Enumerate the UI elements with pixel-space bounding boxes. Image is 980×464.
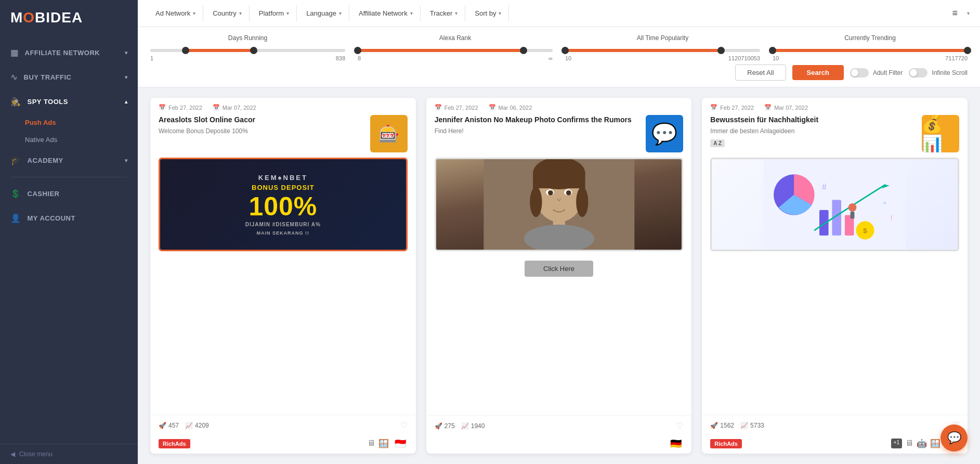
desktop-icon: 🖥: [905, 439, 913, 448]
currently-trending-thumb-right[interactable]: [964, 47, 971, 54]
toggle-knob: [851, 69, 858, 76]
plus-badge: +1: [891, 439, 902, 448]
card-1-network-tag: RichAds: [159, 439, 190, 448]
card-2-country-flag: 🇩🇪: [669, 439, 683, 448]
card-1-end-date-value: Mar 07, 2022: [223, 105, 256, 111]
card-3-trend-value: 5733: [750, 422, 764, 429]
card-3-sends-value: 1562: [720, 422, 734, 429]
academy-icon: 🎓: [10, 156, 21, 165]
reset-all-button[interactable]: Reset All: [735, 65, 786, 81]
country-filter[interactable]: Country ▾: [205, 5, 250, 21]
svg-point-7: [566, 190, 571, 196]
sidebar-item-my-account[interactable]: 👤 MY ACCOUNT: [0, 206, 138, 230]
alexa-rank-thumb-left[interactable]: [354, 47, 361, 54]
ad-card-3: 📅 Feb 27, 2022 📅 Mar 07, 2022 Bewusstsei…: [702, 98, 968, 454]
card-3-invest-creative: $ # × !: [712, 159, 958, 250]
days-running-thumb-left[interactable]: [182, 47, 189, 54]
card-2-favorite-button[interactable]: ♡: [676, 421, 683, 431]
adult-filter-toggle[interactable]: [850, 68, 869, 78]
logo: MOBIDEA: [10, 9, 83, 26]
all-time-popularity-track[interactable]: [565, 49, 760, 52]
card-3-info: Bewusstsein für Nachhaltigkeit Immer die…: [702, 115, 968, 158]
sidebar-sub-native-ads[interactable]: Native Ads: [0, 131, 138, 148]
card-2-footer: 🚀 275 📈 1940 ♡: [426, 415, 692, 436]
card-1-image: KEM♠NBET BONUS DEPOSIT 100% DIJAMIN #DIS…: [150, 158, 416, 256]
chevron-down-icon: ▾: [125, 74, 128, 80]
casino-pct: 100%: [249, 194, 317, 220]
spy-tools-icon: 🕵: [10, 97, 21, 107]
days-running-thumb-right[interactable]: [250, 47, 257, 54]
sidebar-item-buy-traffic[interactable]: ∿ BUY TRAFFIC ▾: [0, 65, 138, 89]
sidebar-item-affiliate-network[interactable]: ▦ AFFILIATE NETWORK ▾: [0, 41, 138, 65]
svg-point-6: [548, 190, 553, 196]
card-3-start-date: 📅 Feb 27, 2022: [710, 104, 754, 111]
card-2-text: Jennifer Aniston No Makeup Photo Confirm…: [435, 115, 641, 135]
card-3-platforms: +1 🖥 🤖 🪟: [891, 439, 940, 448]
infinite-scroll-toggle[interactable]: [909, 68, 927, 78]
card-1-favorite-button[interactable]: ♡: [400, 420, 408, 430]
currently-trending-track[interactable]: [773, 49, 968, 52]
tracker-filter[interactable]: Tracker ▾: [423, 5, 466, 21]
ad-network-filter[interactable]: Ad Network ▾: [148, 5, 203, 21]
trend-icon: 📈: [461, 422, 469, 430]
chevron-down-icon: ▾: [239, 10, 242, 16]
sidebar-sub-push-ads[interactable]: Push Ads: [0, 114, 138, 131]
sidebar-item-academy-label: ACADEMY: [28, 157, 63, 164]
card-1-platforms: 🖥 🪟: [367, 439, 389, 448]
affiliate-network-filter[interactable]: Affiliate Network ▾: [351, 5, 421, 21]
currently-trending-thumb-left[interactable]: [769, 47, 776, 54]
card-1-sends-value: 457: [168, 422, 179, 429]
sidebar-item-academy[interactable]: 🎓 ACADEMY ▾: [0, 148, 138, 173]
menu-icon-button[interactable]: ≡: [947, 5, 963, 22]
sort-by-filter[interactable]: Sort by ▾: [467, 5, 509, 21]
chevron-down-icon: ▾: [339, 10, 342, 16]
days-running-values: 1 838: [150, 55, 345, 61]
card-2-sends-value: 275: [445, 422, 455, 430]
currently-trending-slider: Currently Trending 10 7117720: [773, 34, 968, 61]
card-3-thumb: 💰📊: [922, 115, 959, 152]
card-1-header: 📅 Feb 27, 2022 📅 Mar 07, 2022: [150, 98, 416, 115]
sort-by-label: Sort by: [475, 9, 496, 17]
desktop-icon: 🖥: [367, 439, 375, 448]
alexa-rank-thumb-right[interactable]: [520, 47, 527, 54]
chevron-down-icon: ▾: [125, 158, 128, 163]
platform-label: Platform: [259, 9, 284, 17]
sidebar-item-cashier[interactable]: 💲 CASHIER: [0, 182, 138, 206]
card-2-dates: 📅 Feb 27, 2022 📅 Mar 06, 2022: [435, 104, 532, 111]
sidebar-item-spy-tools-label: SPY TOOLS: [28, 98, 68, 106]
language-filter[interactable]: Language ▾: [299, 5, 349, 21]
all-time-popularity-thumb-right[interactable]: [717, 47, 725, 54]
chevron-down-icon: ▾: [125, 50, 128, 56]
lang-badge: A Z: [710, 139, 725, 147]
sends-icon: 🚀: [435, 422, 442, 430]
alexa-rank-fill: [358, 49, 524, 52]
close-menu-button[interactable]: ◀ Close menu: [0, 444, 138, 464]
sends-icon: 🚀: [710, 422, 718, 429]
card-2-info: Jennifer Aniston No Makeup Photo Confirm…: [426, 115, 692, 158]
alexa-rank-min: 8: [358, 55, 361, 61]
all-time-popularity-thumb-left[interactable]: [561, 47, 569, 54]
currently-trending-fill: [773, 49, 968, 52]
alexa-rank-values: 8 ∞: [358, 55, 553, 61]
sidebar-item-spy-tools[interactable]: 🕵 SPY TOOLS ▴: [0, 89, 138, 114]
card-2-end-date: 📅 Mar 06, 2022: [489, 104, 532, 111]
card-1-footer: 🚀 457 📈 4209 ♡: [150, 415, 416, 435]
alexa-rank-track[interactable]: [358, 49, 553, 52]
card-2-stat-sends: 🚀 275: [435, 422, 455, 430]
cashier-icon: 💲: [10, 189, 21, 199]
card-2-cta-button[interactable]: Click Here: [525, 261, 593, 277]
card-3-lang-badge: A Z: [710, 138, 917, 147]
card-2-person-creative: [436, 159, 682, 250]
platform-filter[interactable]: Platform ▾: [252, 5, 297, 21]
chevron-down-icon: ▾: [286, 10, 289, 16]
slider-area: Days Running 1 838 Alexa Rank: [138, 27, 980, 87]
card-1-dates: 📅 Feb 27, 2022 📅 Mar 07, 2022: [159, 104, 256, 111]
chat-bubble-button[interactable]: 💬: [940, 424, 968, 452]
card-3-start-date-value: Feb 27, 2022: [720, 105, 754, 111]
search-button[interactable]: Search: [792, 65, 844, 80]
days-running-track[interactable]: [150, 49, 345, 52]
card-3-dates: 📅 Feb 27, 2022 📅 Mar 07, 2022: [710, 104, 808, 111]
casino-bonus-text: BONUS DEPOSIT: [252, 184, 315, 191]
country-label: Country: [213, 9, 237, 17]
sidebar-item-affiliate-network-label: AFFILIATE NETWORK: [25, 49, 100, 57]
